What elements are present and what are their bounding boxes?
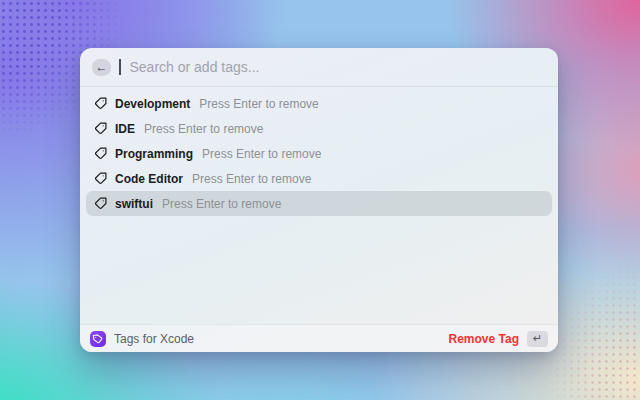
tag-icon: [94, 122, 107, 135]
text-caret: [119, 59, 121, 75]
tag-name: Code Editor: [115, 172, 183, 186]
tag-row[interactable]: Development Press Enter to remove: [86, 91, 552, 116]
app-name-label: Tags for Xcode: [114, 332, 194, 346]
search-input-placeholder[interactable]: Search or add tags...: [130, 59, 260, 75]
tag-remove-hint: Press Enter to remove: [192, 172, 311, 186]
search-bar[interactable]: ← Search or add tags...: [80, 48, 558, 86]
tag-icon: [94, 147, 107, 160]
tag-row[interactable]: IDE Press Enter to remove: [86, 116, 552, 141]
empty-results-area: [80, 216, 558, 324]
tag-remove-hint: Press Enter to remove: [144, 122, 263, 136]
tag-remove-hint: Press Enter to remove: [199, 97, 318, 111]
tags-command-window: ← Search or add tags... Development Pres…: [80, 48, 558, 352]
tag-icon: [94, 197, 107, 210]
tag-list: Development Press Enter to remove IDE Pr…: [80, 87, 558, 216]
footer-bar: Tags for Xcode Remove Tag ↵: [80, 324, 558, 352]
tag-name: Development: [115, 97, 190, 111]
app-icon: [90, 331, 106, 347]
tag-name: swiftui: [115, 197, 153, 211]
tag-row[interactable]: Programming Press Enter to remove: [86, 141, 552, 166]
tag-remove-hint: Press Enter to remove: [162, 197, 281, 211]
tag-row[interactable]: Code Editor Press Enter to remove: [86, 166, 552, 191]
desktop-wallpaper: ← Search or add tags... Development Pres…: [0, 0, 640, 400]
tag-name: Programming: [115, 147, 193, 161]
enter-key-icon: ↵: [527, 331, 548, 347]
remove-tag-action[interactable]: Remove Tag ↵: [449, 331, 548, 347]
tag-name: IDE: [115, 122, 135, 136]
remove-tag-label: Remove Tag: [449, 332, 519, 346]
tag-icon: [94, 172, 107, 185]
tag-remove-hint: Press Enter to remove: [202, 147, 321, 161]
back-arrow-icon: ←: [96, 61, 108, 73]
tag-row[interactable]: swiftui Press Enter to remove: [86, 191, 552, 216]
tag-icon: [94, 97, 107, 110]
back-button[interactable]: ←: [92, 59, 111, 76]
